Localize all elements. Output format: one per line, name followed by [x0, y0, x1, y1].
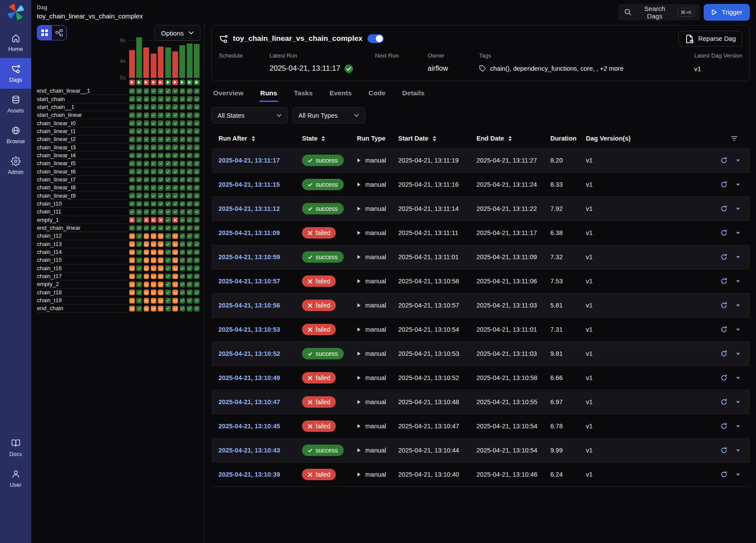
task-instance-success[interactable]: [165, 96, 171, 102]
task-instance-success[interactable]: [180, 225, 185, 231]
row-menu-caret-icon[interactable]: [736, 207, 740, 210]
task-instance-upstream_failed[interactable]: [158, 290, 164, 295]
task-name[interactable]: chain_linear_t2: [37, 135, 128, 143]
run-state-badge[interactable]: failed: [302, 275, 336, 287]
task-name[interactable]: chain_t11: [37, 208, 128, 216]
task-instance-success[interactable]: [136, 241, 142, 247]
task-instance-success[interactable]: [151, 104, 156, 110]
task-instance-success[interactable]: [194, 88, 200, 94]
task-instance-success[interactable]: [180, 177, 185, 183]
sort-icon[interactable]: [433, 136, 436, 141]
task-instance-success[interactable]: [136, 169, 142, 174]
task-instance-upstream_failed[interactable]: [129, 250, 135, 255]
task-instance-success[interactable]: [172, 225, 178, 231]
task-instance-success[interactable]: [194, 217, 200, 223]
clear-run-icon[interactable]: [720, 423, 727, 430]
task-instance-upstream_failed[interactable]: [129, 257, 135, 263]
task-instance-success[interactable]: [165, 282, 171, 287]
task-instance-upstream_failed[interactable]: [129, 282, 135, 287]
task-name[interactable]: end_chain_linear: [37, 224, 128, 232]
task-instance-success[interactable]: [136, 177, 142, 183]
row-menu-caret-icon[interactable]: [736, 159, 740, 162]
task-instance-success[interactable]: [136, 265, 142, 271]
task-instance-failed[interactable]: [158, 217, 164, 223]
task-instance-success[interactable]: [165, 145, 171, 150]
task-instance-success[interactable]: [165, 217, 171, 223]
run-state-badge[interactable]: failed: [302, 227, 336, 239]
task-instance-success[interactable]: [136, 282, 142, 287]
task-instance-success[interactable]: [129, 153, 135, 159]
task-instance-success[interactable]: [194, 145, 200, 150]
task-instance-upstream_failed[interactable]: [129, 298, 135, 304]
task-instance-upstream_failed[interactable]: [158, 274, 164, 279]
task-instance-success[interactable]: [172, 209, 178, 215]
task-instance-success[interactable]: [165, 104, 171, 110]
task-instance-upstream_failed[interactable]: [144, 265, 149, 271]
task-instance-success[interactable]: [165, 233, 171, 239]
state-filter-select[interactable]: All States: [211, 107, 288, 123]
run-after-link[interactable]: 2025-04-21, 13:11:09: [218, 229, 280, 236]
task-instance-success[interactable]: [187, 282, 193, 287]
task-instance-upstream_failed[interactable]: [129, 265, 135, 271]
task-name[interactable]: start_chain_linear: [37, 111, 128, 119]
row-menu-caret-icon[interactable]: [736, 352, 740, 355]
task-instance-success[interactable]: [172, 137, 178, 142]
task-instance-success[interactable]: [165, 265, 171, 271]
task-instance-success[interactable]: [144, 201, 149, 207]
task-instance-success[interactable]: [136, 104, 142, 110]
column-header-state[interactable]: State: [295, 135, 350, 142]
task-instance-success[interactable]: [151, 225, 156, 231]
run-after-link[interactable]: 2025-04-21, 13:10:57: [218, 278, 280, 285]
task-instance-success[interactable]: [165, 153, 171, 159]
task-instance-upstream_failed[interactable]: [158, 257, 164, 263]
task-instance-upstream_failed[interactable]: [144, 306, 149, 311]
task-instance-upstream_failed[interactable]: [158, 298, 164, 304]
row-menu-caret-icon[interactable]: [736, 376, 740, 380]
task-instance-success[interactable]: [187, 265, 193, 271]
run-state-badge[interactable]: success: [302, 203, 344, 214]
task-instance-success[interactable]: [180, 274, 185, 279]
run-after-link[interactable]: 2025-04-21, 13:10:47: [218, 398, 280, 405]
sort-icon[interactable]: [251, 136, 255, 141]
task-instance-upstream_failed[interactable]: [172, 257, 178, 263]
task-instance-success[interactable]: [194, 137, 200, 142]
task-instance-upstream_failed[interactable]: [151, 241, 156, 247]
task-instance-upstream_failed[interactable]: [129, 306, 135, 311]
task-name[interactable]: end_chain: [37, 304, 128, 312]
task-instance-upstream_failed[interactable]: [158, 250, 164, 255]
task-instance-success[interactable]: [165, 120, 171, 126]
task-instance-success[interactable]: [187, 120, 193, 126]
column-header-start-date[interactable]: Start Date: [391, 135, 469, 142]
task-name[interactable]: chain_linear_t0: [37, 119, 128, 127]
run-state-badge[interactable]: success: [302, 251, 344, 263]
clear-run-icon[interactable]: [720, 447, 727, 454]
task-instance-success[interactable]: [165, 169, 171, 174]
task-instance-success[interactable]: [180, 257, 185, 263]
task-instance-success[interactable]: [165, 193, 171, 199]
sidebar-item-assets[interactable]: Assets: [0, 89, 31, 119]
task-instance-success[interactable]: [180, 120, 185, 126]
task-instance-failed[interactable]: [144, 217, 149, 223]
run-duration-bar[interactable]: [165, 47, 171, 78]
run-state-square-success[interactable]: [187, 80, 193, 85]
task-instance-success[interactable]: [129, 225, 135, 231]
task-instance-success[interactable]: [151, 177, 156, 183]
clear-run-icon[interactable]: [720, 205, 727, 212]
task-instance-success[interactable]: [136, 185, 142, 191]
task-instance-success[interactable]: [194, 153, 200, 159]
task-instance-success[interactable]: [187, 241, 193, 247]
task-instance-success[interactable]: [158, 225, 164, 231]
task-instance-success[interactable]: [194, 201, 200, 207]
task-instance-success[interactable]: [180, 128, 185, 134]
clear-run-icon[interactable]: [720, 326, 727, 333]
task-instance-success[interactable]: [158, 120, 164, 126]
run-state-badge[interactable]: success: [302, 445, 344, 456]
task-instance-success[interactable]: [194, 306, 200, 311]
clear-run-icon[interactable]: [720, 181, 727, 188]
task-instance-success[interactable]: [129, 145, 135, 150]
task-instance-success[interactable]: [194, 282, 200, 287]
task-instance-success[interactable]: [158, 145, 164, 150]
task-instance-success[interactable]: [158, 193, 164, 199]
task-instance-success[interactable]: [136, 217, 142, 223]
task-instance-success[interactable]: [180, 145, 185, 150]
